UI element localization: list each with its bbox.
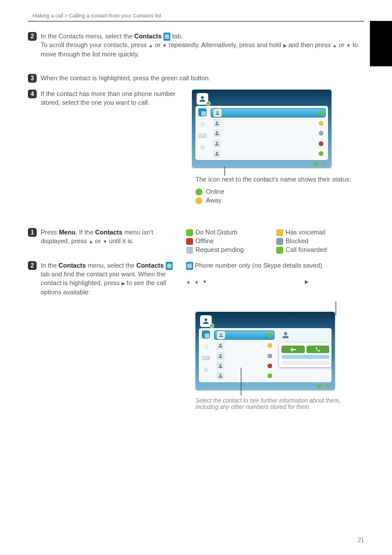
tab-contacts[interactable] [202, 330, 210, 339]
contact-detail-avatar [279, 328, 330, 342]
step-bullet-1b: 1 [28, 228, 37, 237]
contact-row[interactable] [214, 351, 275, 360]
page-number: 21 [358, 537, 364, 543]
legend-pending: Request pending [186, 246, 265, 254]
tab-settings[interactable]: ⚙ [198, 143, 206, 151]
contacts-tab-icon [163, 33, 170, 41]
contact-row-selected[interactable] [211, 108, 326, 118]
legend-away: Away [195, 196, 364, 205]
tab-contacts[interactable] [198, 108, 206, 116]
contact-row[interactable] [211, 129, 326, 137]
step-2-text: In the Contacts menu, select the Contact… [41, 32, 364, 59]
down-arrow-icon [162, 41, 167, 48]
tab-settings[interactable]: ⚙ [202, 365, 210, 373]
step-4-text: If the contact has more than one phone n… [41, 90, 186, 107]
section2-step1: Press Menu. If the Contacts menu isn't d… [41, 228, 186, 246]
breadcrumb: Making a call > Calling a contact from y… [33, 13, 161, 19]
popup-call-button[interactable] [307, 346, 330, 353]
left-tab-rail: ◷ ⌨ ⚙ [195, 106, 209, 160]
right-arrow-icon [305, 278, 308, 284]
right-arrow-icon [283, 41, 287, 48]
phone-card-icon [186, 262, 193, 270]
popup-option-line[interactable] [281, 355, 329, 359]
bottom-battery-icon [322, 162, 327, 167]
legend-voicemail: Has voicemail [276, 228, 355, 237]
contact-row[interactable] [214, 341, 275, 350]
step-bullet-3: 3 [28, 74, 37, 83]
bottom-status-dot [318, 385, 322, 389]
popup-back-button[interactable] [281, 346, 305, 353]
call-options-popup [279, 343, 332, 367]
step-3-text: When the contact is highlighted, press t… [41, 74, 364, 83]
step-bullet-4: 4 [28, 90, 37, 98]
contacts-list [213, 328, 277, 382]
left-tab-rail: ◷ ⌨ ⚙ [199, 328, 213, 382]
popup-option-line[interactable] [281, 361, 329, 365]
bottom-battery-icon [325, 384, 330, 389]
legend-offline: Offline [186, 237, 265, 246]
step-bullet-2b: 2 [28, 261, 37, 270]
contacts-list-screenshot: ◷ ⌨ ⚙ [192, 90, 332, 168]
up-arrow-icon [332, 41, 337, 48]
chapter-thumb-tab [370, 21, 392, 66]
call-options-screenshot: ◷ ⌨ ⚙ [195, 312, 335, 390]
self-status-dot [209, 323, 214, 328]
self-status-dot [206, 101, 211, 106]
up-arrow-icon [148, 41, 153, 48]
contact-row[interactable] [211, 150, 326, 158]
contacts-list [209, 106, 328, 160]
contact-row-selected[interactable] [214, 330, 275, 340]
up-arrow-icon [186, 278, 191, 284]
tab-dialer[interactable]: ⌨ [202, 354, 210, 362]
legend-dnd: Do Not Disturb [186, 228, 265, 237]
section2-step2: In the Contacts menu, select the Contact… [41, 261, 186, 297]
contacts-tab-icon [166, 262, 173, 270]
up-arrow-icon [194, 278, 199, 284]
down-arrow-icon [346, 41, 351, 48]
tip-text: Select the contact to see further inform… [195, 397, 364, 410]
legend-blocked: Blocked [276, 237, 355, 246]
contact-row[interactable] [211, 119, 326, 127]
contact-row[interactable] [211, 140, 326, 148]
legend-online: Online [195, 187, 364, 196]
status-legend-title: The icon next to the contact's name show… [195, 175, 364, 184]
step-bullet-2: 2 [28, 32, 37, 41]
contact-row[interactable] [214, 372, 275, 380]
section2-step2-arrows [186, 277, 355, 286]
page-top-rule [28, 21, 364, 22]
contact-row[interactable] [214, 362, 275, 370]
tab-dialer[interactable]: ⌨ [198, 131, 206, 140]
down-arrow-icon [202, 278, 207, 284]
tab-history[interactable]: ◷ [198, 120, 206, 128]
legend-phone-only: Phone number only (no Skype details save… [186, 261, 355, 270]
legend-forwarded: Call forwarded [276, 246, 355, 254]
bottom-status-dot [314, 162, 318, 166]
tab-history[interactable]: ◷ [202, 342, 210, 350]
